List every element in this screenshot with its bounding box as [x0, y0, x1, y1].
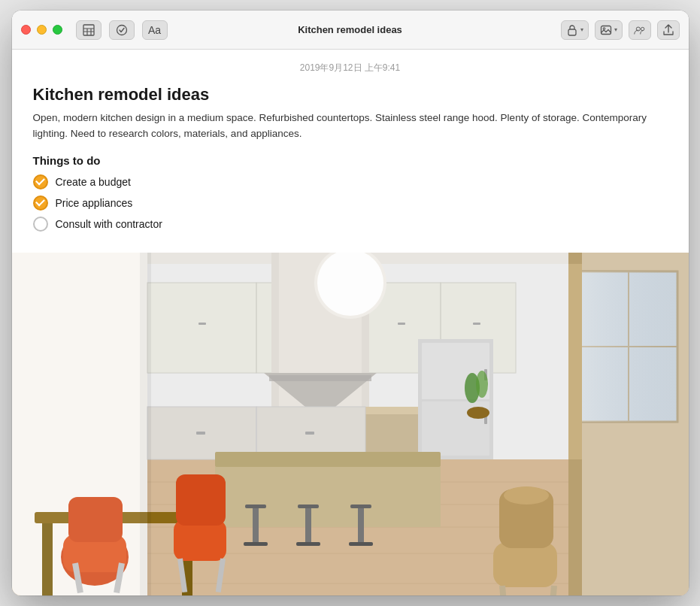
check-circle-icon	[116, 24, 128, 36]
collab-icon	[634, 24, 646, 36]
svg-rect-60	[215, 467, 441, 527]
check-icon-1[interactable]	[33, 174, 48, 189]
share-icon	[662, 24, 674, 36]
kitchen-image	[12, 253, 689, 595]
checklist-item: Price appliances	[33, 195, 668, 211]
svg-rect-94	[12, 253, 147, 595]
checklist-item: Consult with contractor	[33, 217, 668, 232]
svg-rect-27	[568, 264, 582, 459]
section-heading: Things to do	[33, 154, 668, 167]
share-button[interactable]	[657, 20, 680, 40]
checklist: Create a budget Price appliances Consult…	[33, 174, 668, 232]
svg-rect-43	[269, 375, 371, 381]
svg-rect-67	[244, 542, 268, 546]
lock-icon	[566, 24, 578, 36]
table-button[interactable]	[76, 20, 102, 40]
svg-rect-78	[174, 520, 226, 561]
svg-rect-66	[358, 508, 364, 546]
text-format-icon: Aa	[148, 24, 161, 36]
image-chevron: ▾	[614, 26, 617, 33]
image-icon	[600, 24, 612, 36]
svg-rect-6	[568, 29, 576, 35]
maximize-button[interactable]	[53, 25, 62, 35]
lock-chevron: ▾	[580, 26, 583, 33]
svg-rect-69	[349, 542, 373, 546]
svg-rect-63	[298, 504, 319, 508]
toolbar-right: ▾ ▾	[561, 20, 680, 40]
svg-point-92	[476, 371, 488, 398]
titlebar: Aa Kitchen remodel ideas ▾ ▾	[12, 11, 689, 50]
svg-rect-32	[198, 323, 206, 325]
svg-rect-61	[245, 504, 266, 508]
svg-point-8	[603, 27, 605, 29]
text-format-button[interactable]: Aa	[142, 20, 168, 40]
checklist-item-text-2: Price appliances	[56, 197, 133, 209]
date-header: 2019年9月12日 上午9:41	[33, 62, 668, 74]
svg-point-84	[504, 486, 549, 504]
text-section: 2019年9月12日 上午9:41 Kitchen remodel ideas …	[12, 50, 689, 253]
note-body: Open, modern kitchen design in a medium …	[33, 111, 668, 142]
svg-rect-7	[601, 26, 611, 34]
close-button[interactable]	[21, 25, 31, 35]
svg-rect-82	[493, 542, 557, 587]
checklist-item: Create a budget	[33, 174, 668, 189]
image-button[interactable]: ▾	[595, 20, 623, 40]
svg-point-88	[317, 253, 383, 316]
check-icon-3[interactable]	[33, 217, 48, 232]
svg-point-10	[641, 27, 644, 30]
checklist-item-text-1: Create a budget	[56, 176, 131, 188]
notes-window: Aa Kitchen remodel ideas ▾ ▾	[12, 11, 689, 595]
svg-point-5	[117, 25, 126, 35]
window-title: Kitchen remodel ideas	[298, 24, 402, 35]
svg-rect-37	[398, 323, 405, 325]
checklist-button[interactable]	[109, 20, 135, 40]
svg-rect-59	[215, 452, 441, 467]
lock-button[interactable]: ▾	[561, 20, 589, 40]
svg-rect-53	[305, 432, 314, 435]
checklist-item-text-3: Consult with contractor	[56, 218, 162, 230]
svg-rect-0	[83, 25, 94, 35]
svg-rect-52	[196, 432, 205, 435]
svg-rect-68	[296, 542, 320, 546]
svg-rect-64	[305, 508, 311, 546]
svg-rect-65	[350, 504, 371, 508]
note-title: Kitchen remodel ideas	[33, 85, 668, 105]
svg-point-90	[467, 407, 489, 419]
svg-rect-38	[473, 323, 480, 325]
traffic-lights	[21, 25, 62, 35]
toolbar-buttons: Aa	[76, 20, 168, 40]
collab-button[interactable]	[629, 20, 651, 40]
minimize-button[interactable]	[37, 25, 47, 35]
kitchen-illustration	[12, 253, 689, 595]
check-icon-2[interactable]	[33, 195, 48, 211]
table-icon	[83, 24, 95, 36]
svg-rect-25	[580, 271, 677, 422]
svg-rect-62	[253, 508, 259, 546]
svg-rect-79	[176, 474, 226, 526]
note-content: 2019年9月12日 上午9:41 Kitchen remodel ideas …	[12, 50, 689, 595]
